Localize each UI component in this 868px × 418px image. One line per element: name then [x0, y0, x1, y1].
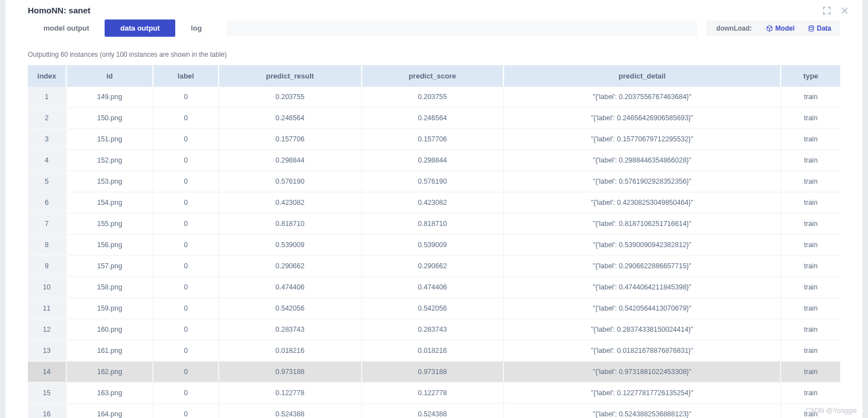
cell-predict-detail: "{'label': 0.5761902928352356}" [504, 171, 782, 193]
download-data-button[interactable]: Data [801, 22, 838, 35]
cell-index: 4 [28, 150, 67, 171]
cell-label: 0 [154, 341, 219, 362]
cell-id: 158.png [67, 277, 154, 298]
download-model-button[interactable]: Model [760, 22, 801, 35]
cell-type: train [781, 193, 840, 214]
cell-id: 154.png [67, 193, 154, 214]
cell-index: 11 [28, 298, 67, 319]
cell-predict-score: 0.576190 [362, 171, 504, 193]
toolbar: model output data output log downLoad: M… [6, 19, 862, 37]
cell-predict-detail: "{'label': 0.2906622886657715}" [504, 256, 782, 277]
col-predict-detail[interactable]: predict_detail [504, 65, 782, 87]
cell-index: 8 [28, 235, 67, 256]
table-row[interactable]: 7155.png00.8187100.818710"{'label': 0.81… [28, 214, 840, 235]
table-row[interactable]: 12160.png00.2837430.283743"{'label': 0.2… [28, 319, 840, 341]
col-predict-result[interactable]: predict_result [219, 65, 362, 87]
cell-type: train [781, 298, 840, 319]
subtitle: Outputting 60 instances (only 100 instan… [6, 37, 862, 65]
cell-predict-detail: "{'label': 0.9731881022453308}" [504, 362, 782, 383]
cell-index: 9 [28, 256, 67, 277]
database-icon [808, 25, 815, 32]
table-row[interactable]: 14162.png00.9731880.973188"{'label': 0.9… [28, 362, 840, 383]
table-row[interactable]: 4152.png00.2988440.298844"{'label': 0.29… [28, 150, 840, 171]
col-type[interactable]: type [781, 65, 840, 87]
download-model-label: Model [775, 24, 795, 32]
tab-log[interactable]: log [175, 19, 218, 37]
cell-predict-detail: "{'label': 0.15770679712295532}" [504, 129, 782, 150]
cell-index: 6 [28, 193, 67, 214]
cell-predict-detail: "{'label': 0.8187106251716614}" [504, 214, 782, 235]
cell-index: 12 [28, 319, 67, 341]
cell-predict-result: 0.122778 [219, 383, 362, 404]
tab-data-output[interactable]: data output [105, 19, 175, 37]
close-icon[interactable] [840, 6, 849, 15]
cell-predict-detail: "{'label': 0.4744064211845398}" [504, 277, 782, 298]
cell-id: 161.png [67, 341, 154, 362]
cell-predict-result: 0.157706 [219, 129, 362, 150]
cell-index: 14 [28, 362, 67, 383]
table-row[interactable]: 2150.png00.2465640.246564"{'label': 0.24… [28, 108, 840, 129]
cell-id: 163.png [67, 383, 154, 404]
table-row[interactable]: 1149.png00.2037550.203755"{'label': 0.20… [28, 87, 840, 108]
cell-label: 0 [154, 214, 219, 235]
cell-id: 152.png [67, 150, 154, 171]
col-label[interactable]: label [154, 65, 219, 87]
cell-predict-result: 0.298844 [219, 150, 362, 171]
cell-predict-score: 0.973188 [362, 362, 504, 383]
cell-type: train [781, 108, 840, 129]
svg-point-0 [809, 26, 813, 27]
panel-header: HomoNN: sanet [6, 0, 862, 19]
cell-predict-result: 0.283743 [219, 319, 362, 341]
col-predict-score[interactable]: predict_score [362, 65, 504, 87]
cell-type: train [781, 129, 840, 150]
cell-label: 0 [154, 87, 219, 108]
cell-predict-score: 0.290662 [362, 256, 504, 277]
cell-id: 164.png [67, 404, 154, 418]
cell-predict-result: 0.576190 [219, 171, 362, 193]
table-row[interactable]: 3151.png00.1577060.157706"{'label': 0.15… [28, 129, 840, 150]
cell-label: 0 [154, 277, 219, 298]
cell-type: train [781, 404, 840, 418]
cell-id: 155.png [67, 214, 154, 235]
cell-type: train [781, 383, 840, 404]
cell-predict-detail: "{'label': 0.5390090942382812}" [504, 235, 782, 256]
cell-predict-score: 0.298844 [362, 150, 504, 171]
cell-label: 0 [154, 235, 219, 256]
table-row[interactable]: 5153.png00.5761900.576190"{'label': 0.57… [28, 171, 840, 193]
cell-predict-score: 0.474406 [362, 277, 504, 298]
fullscreen-icon[interactable] [822, 6, 831, 15]
cell-predict-result: 0.542056 [219, 298, 362, 319]
cell-predict-result: 0.290662 [219, 256, 362, 277]
tab-model-output[interactable]: model output [28, 19, 105, 37]
table-row[interactable]: 6154.png00.4230820.423082"{'label': 0.42… [28, 193, 840, 214]
table-row[interactable]: 13161.png00.0182160.018216"{'label': 0.0… [28, 341, 840, 362]
cell-predict-score: 0.122778 [362, 383, 504, 404]
cell-type: train [781, 214, 840, 235]
cell-label: 0 [154, 404, 219, 418]
cell-label: 0 [154, 319, 219, 341]
cell-index: 5 [28, 171, 67, 193]
cell-predict-detail: "{'label': 0.28374338150024414}" [504, 319, 782, 341]
col-index[interactable]: index [28, 65, 67, 87]
cell-predict-result: 0.474406 [219, 277, 362, 298]
cell-predict-result: 0.423082 [219, 193, 362, 214]
cell-predict-score: 0.524388 [362, 404, 504, 418]
table-row[interactable]: 15163.png00.1227780.122778"{'label': 0.1… [28, 383, 840, 404]
table-row[interactable]: 10158.png00.4744060.474406"{'label': 0.4… [28, 277, 840, 298]
cell-index: 1 [28, 87, 67, 108]
table-row[interactable]: 8156.png00.5390090.539009"{'label': 0.53… [28, 235, 840, 256]
cell-predict-detail: "{'label': 0.12277817726135254}" [504, 383, 782, 404]
cell-predict-score: 0.542056 [362, 298, 504, 319]
table-row[interactable]: 16164.png00.5243880.524388"{'label': 0.5… [28, 404, 840, 418]
cell-id: 156.png [67, 235, 154, 256]
cell-label: 0 [154, 129, 219, 150]
cell-type: train [781, 341, 840, 362]
table-row[interactable]: 11159.png00.5420560.542056"{'label': 0.5… [28, 298, 840, 319]
panel-title: HomoNN: sanet [28, 6, 91, 15]
cell-type: train [781, 319, 840, 341]
cell-id: 149.png [67, 87, 154, 108]
col-id[interactable]: id [67, 65, 154, 87]
cell-predict-result: 0.818710 [219, 214, 362, 235]
table-row[interactable]: 9157.png00.2906620.290662"{'label': 0.29… [28, 256, 840, 277]
cell-type: train [781, 150, 840, 171]
